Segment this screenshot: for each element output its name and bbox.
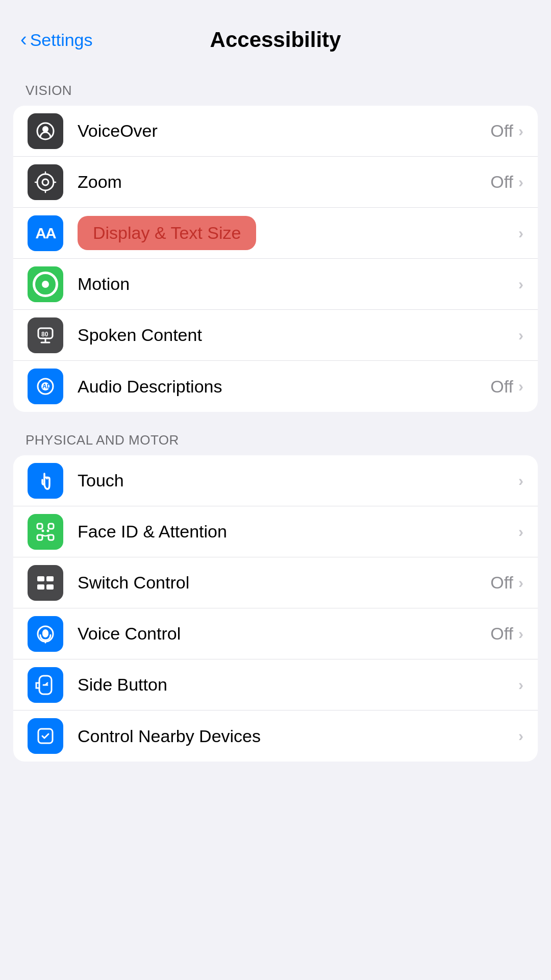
zoom-label: Zoom xyxy=(78,172,122,192)
svg-rect-15 xyxy=(48,535,54,540)
voice-control-value: Off xyxy=(490,624,513,644)
display-text-size-icon: AA xyxy=(28,215,63,251)
svg-rect-20 xyxy=(37,584,44,590)
side-button-chevron-icon: › xyxy=(518,676,523,694)
display-text-size-label: Display & Text Size xyxy=(93,223,241,242)
touch-icon xyxy=(28,463,63,499)
voiceover-row[interactable]: VoiceOver Off › xyxy=(13,106,538,157)
spoken-content-chevron-icon: › xyxy=(518,327,523,344)
display-text-size-row[interactable]: AA Display & Text Size › xyxy=(13,208,538,259)
svg-rect-13 xyxy=(48,524,54,529)
svg-point-2 xyxy=(37,174,54,190)
switch-control-value: Off xyxy=(490,573,513,593)
aa-icon: AA xyxy=(35,225,55,242)
audio-descriptions-label: Audio Descriptions xyxy=(78,377,222,397)
vision-section-header: VISION xyxy=(0,83,551,106)
motion-inner-dot xyxy=(42,281,49,288)
zoom-value: Off xyxy=(490,172,513,192)
motion-icon xyxy=(33,272,58,297)
switch-control-row[interactable]: Switch Control Off › xyxy=(13,557,538,608)
svg-point-17 xyxy=(47,529,49,532)
motion-row[interactable]: Motion › xyxy=(13,259,538,310)
voice-control-chevron-icon: › xyxy=(518,625,523,643)
vision-group: VoiceOver Off › Zoom xyxy=(13,106,538,412)
spoken-content-label: Spoken Content xyxy=(78,325,202,345)
svg-point-16 xyxy=(42,529,44,532)
zoom-icon xyxy=(28,164,63,200)
svg-point-1 xyxy=(42,126,48,132)
control-nearby-icon xyxy=(28,718,63,754)
back-button[interactable]: ‹ Settings xyxy=(20,30,93,50)
audio-descriptions-value: Off xyxy=(490,377,513,397)
voice-control-icon xyxy=(28,616,63,652)
voiceover-value: Off xyxy=(490,121,513,141)
navigation-bar: ‹ Settings Accessibility xyxy=(0,0,551,62)
svg-rect-14 xyxy=(37,535,42,540)
motion-icon-bg xyxy=(28,266,63,302)
display-text-size-chevron-icon: › xyxy=(518,225,523,242)
switch-control-chevron-icon: › xyxy=(518,574,523,592)
physical-section-header: PHYSICAL AND MOTOR xyxy=(0,432,551,455)
face-id-row[interactable]: Face ID & Attention › xyxy=(13,506,538,557)
side-button-label: Side Button xyxy=(78,675,167,695)
switch-control-icon xyxy=(28,565,63,601)
svg-rect-18 xyxy=(37,576,44,581)
zoom-row[interactable]: Zoom Off › xyxy=(13,157,538,208)
motion-chevron-icon: › xyxy=(518,276,523,293)
touch-row[interactable]: Touch › xyxy=(13,455,538,506)
face-id-chevron-icon: › xyxy=(518,523,523,541)
side-button-icon xyxy=(28,667,63,703)
touch-chevron-icon: › xyxy=(518,472,523,489)
highlight-pill: Display & Text Size xyxy=(78,216,256,250)
motion-label: Motion xyxy=(78,274,130,294)
face-id-label: Face ID & Attention xyxy=(78,522,227,542)
side-button-row[interactable]: Side Button › xyxy=(13,659,538,710)
zoom-chevron-icon: › xyxy=(518,174,523,191)
svg-rect-19 xyxy=(46,576,54,581)
spoken-content-row[interactable]: 80 Spoken Content › xyxy=(13,310,538,361)
vision-section: VISION VoiceOver Off › xyxy=(0,62,551,412)
touch-label: Touch xyxy=(78,471,124,491)
svg-text:AD: AD xyxy=(42,383,52,390)
physical-section: PHYSICAL AND MOTOR Touch › xyxy=(0,412,551,762)
voice-control-label: Voice Control xyxy=(78,624,181,644)
switch-control-label: Switch Control xyxy=(78,573,189,593)
spoken-content-icon: 80 xyxy=(28,317,63,353)
audio-descriptions-icon: AD xyxy=(28,369,63,404)
back-label: Settings xyxy=(30,30,93,50)
back-chevron-icon: ‹ xyxy=(20,30,27,49)
svg-rect-21 xyxy=(46,584,54,590)
physical-group: Touch › Face ID & Attenti xyxy=(13,455,538,762)
control-nearby-row[interactable]: Control Nearby Devices › xyxy=(13,710,538,762)
control-nearby-label: Control Nearby Devices xyxy=(78,726,261,746)
audio-descriptions-row[interactable]: AD Audio Descriptions Off › xyxy=(13,361,538,412)
voiceover-icon xyxy=(28,113,63,149)
voiceover-chevron-icon: › xyxy=(518,122,523,140)
svg-text:80: 80 xyxy=(41,331,48,338)
svg-point-3 xyxy=(42,179,48,185)
voice-control-row[interactable]: Voice Control Off › xyxy=(13,608,538,659)
page-title: Accessibility xyxy=(210,28,341,52)
control-nearby-chevron-icon: › xyxy=(518,727,523,745)
voiceover-label: VoiceOver xyxy=(78,121,158,141)
svg-rect-12 xyxy=(37,524,42,529)
audio-descriptions-chevron-icon: › xyxy=(518,378,523,395)
face-id-icon xyxy=(28,514,63,550)
